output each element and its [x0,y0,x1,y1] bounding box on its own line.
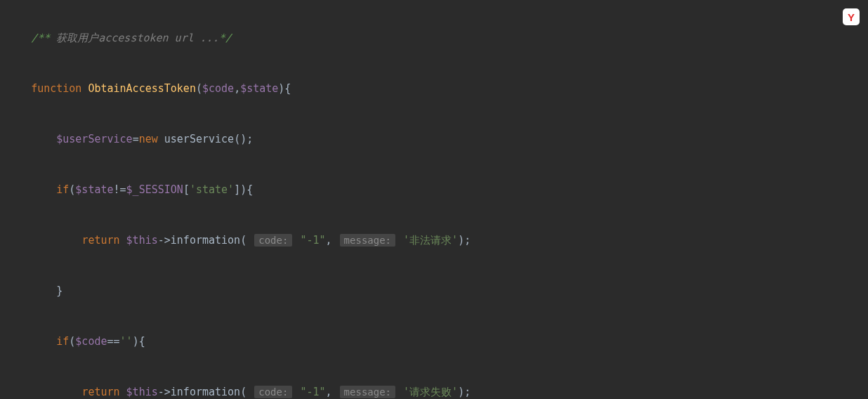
doc-comment-start: /** [31,32,50,44]
code-line: function ObtainAccessToken($code,$state)… [6,76,862,101]
keyword-new: new [139,133,158,145]
param: $code [202,82,234,95]
keyword-return: return [81,234,119,247]
variable: $this [126,386,158,398]
code-line: if($code==''){ [6,329,862,354]
param: $state [240,82,278,95]
method-call: information [171,234,240,247]
operator: != [114,183,126,196]
keyword-return: return [81,386,119,398]
operator: == [107,335,120,348]
variable: $userService [56,133,132,145]
string: "-1" [300,234,325,247]
code-line: if($state!=$_SESSION['state']){ [6,177,862,202]
parameter-hint: code: [254,386,292,398]
string: "-1" [300,386,325,398]
string: '' [120,335,133,348]
string: '非法请求' [403,234,458,247]
keyword-if: if [56,183,69,196]
parameter-hint: message: [340,386,395,398]
code-line: } [6,278,862,303]
parameter-hint: message: [340,234,395,247]
variable: $code [75,335,107,348]
code-line: /** 获取用户accesstoken url ...*/ [6,25,862,51]
doc-comment-text: 获取用户accesstoken url ... [50,32,219,44]
code-line: $userService=new userService(); [6,126,862,152]
code-line: return $this->information( code: "-1", m… [6,228,862,253]
code-editor[interactable]: /** 获取用户accesstoken url ...*/ function O… [0,0,868,399]
function-name: ObtainAccessToken [88,82,196,95]
variable: $_SESSION [126,183,183,196]
keyword-if: if [56,335,69,348]
variable: $this [126,234,158,247]
string: 'state' [190,183,234,196]
operator: -> [158,234,171,247]
keyword-function: function [31,82,81,95]
parameter-hint: code: [254,234,292,247]
class-name: userService [164,133,234,145]
string: '请求失败' [403,386,458,398]
variable: $state [75,183,113,196]
code-line: return $this->information( code: "-1", m… [6,379,862,399]
doc-comment-end: */ [219,32,232,44]
yandex-badge-icon[interactable]: Y [843,8,860,25]
method-call: information [171,386,240,398]
